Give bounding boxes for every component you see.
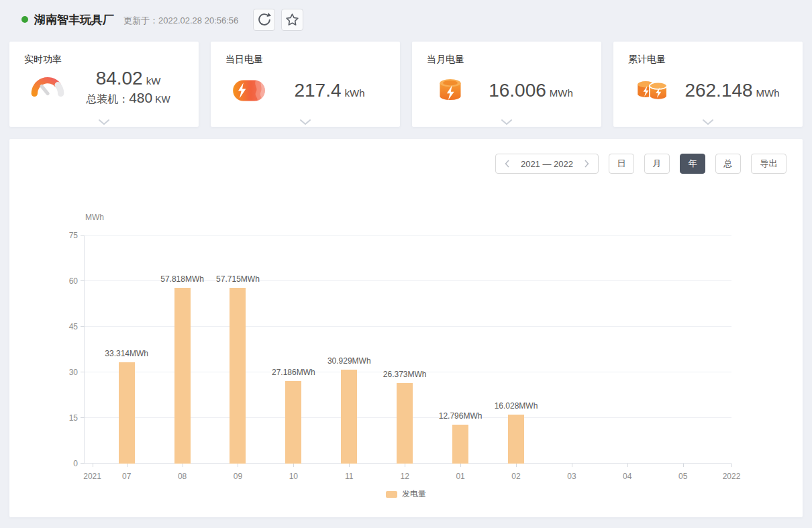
chevron-down-icon[interactable]: [99, 119, 109, 125]
x-tick-label: 07: [122, 472, 131, 481]
tab-month-button[interactable]: 月: [644, 154, 670, 174]
card-title: 当月电量: [412, 42, 601, 66]
tab-year-button[interactable]: 年: [680, 154, 705, 174]
bar-02[interactable]: [508, 415, 524, 464]
x-axis-tick: [683, 464, 684, 467]
stat-cards: 实时功率 84.02kW 总装机：480KW 当日电量: [0, 42, 812, 127]
legend-label: 发电量: [402, 488, 426, 500]
chevron-right-icon[interactable]: [584, 160, 589, 168]
y-axis-tick: [81, 463, 85, 464]
energy-pill-icon: [230, 74, 271, 107]
chevron-down-icon[interactable]: [501, 119, 512, 125]
card-total-energy: 累计电量 262.148MWh: [613, 42, 803, 127]
bar-value-label: 57.818MWh: [160, 274, 204, 284]
realtime-power-value: 84.02: [96, 68, 143, 89]
y-axis-tick: [81, 326, 85, 327]
x-axis-tick: [349, 464, 350, 467]
chevron-down-icon[interactable]: [703, 119, 713, 125]
x-axis-tick: [627, 464, 628, 467]
x-tick-label: 09: [234, 472, 242, 481]
x-axis-tick: [572, 464, 572, 467]
monthly-energy-value: 16.006: [489, 80, 546, 101]
double-battery-icon: [632, 74, 674, 107]
bar-10[interactable]: [285, 381, 301, 464]
monthly-energy-unit: MWh: [550, 87, 573, 99]
x-tick-label: 02: [511, 472, 520, 481]
star-icon: [284, 11, 301, 28]
installed-capacity-label: 总装机：: [86, 93, 129, 105]
x-tick-label: 2021: [83, 472, 101, 481]
card-title: 实时功率: [9, 42, 199, 66]
bar-01[interactable]: [452, 425, 468, 464]
bar-value-label: 16.028MWh: [495, 401, 538, 411]
x-axis-tick: [127, 464, 128, 467]
chevron-down-icon[interactable]: [300, 119, 311, 125]
x-axis-tick: [731, 464, 732, 467]
x-axis-tick: [405, 464, 405, 467]
bar-value-label: 30.929MWh: [327, 356, 371, 366]
refresh-icon: [256, 11, 273, 28]
bar-value-label: 57.715MWh: [216, 274, 260, 284]
total-energy-unit: MWh: [756, 87, 780, 99]
x-tick-label: 11: [345, 472, 353, 481]
installed-capacity-unit: KW: [155, 94, 170, 105]
bar-value-label: 33.314MWh: [105, 349, 148, 358]
bar-07[interactable]: [119, 362, 135, 464]
chart-toolbar: 2021 — 2022 日 月 年 总 导出: [495, 154, 786, 174]
card-title: 当日电量: [211, 42, 400, 66]
favorite-button[interactable]: [281, 9, 303, 31]
tab-total-button[interactable]: 总: [715, 154, 741, 174]
x-tick-label: 05: [678, 472, 687, 481]
date-range-label[interactable]: 2021 — 2022: [521, 159, 573, 169]
card-title: 累计电量: [613, 42, 803, 66]
bar-value-label: 27.186MWh: [272, 368, 315, 377]
y-axis-unit-label: MWh: [85, 213, 104, 222]
x-axis-tick: [516, 464, 517, 467]
y-axis-tick: [81, 280, 85, 281]
page-header: 湖南智丰玩具厂 更新于：2022.02.28 20:56:56: [0, 0, 812, 39]
chevron-left-icon[interactable]: [505, 160, 510, 168]
daily-energy-unit: kWh: [345, 87, 365, 99]
x-axis-tick: [293, 464, 294, 467]
card-values: 84.02kW 总装机：480KW: [70, 68, 187, 107]
bar-value-label: 12.796MWh: [439, 411, 483, 421]
x-tick-label: 03: [567, 472, 576, 481]
y-axis-tick: [81, 417, 85, 418]
tab-day-button[interactable]: 日: [609, 154, 634, 174]
card-values: 217.4kWh: [271, 80, 388, 101]
refresh-button[interactable]: [253, 9, 275, 31]
y-tick-label: 0: [52, 459, 78, 468]
card-values: 16.006MWh: [472, 80, 589, 101]
status-dot: [21, 16, 28, 23]
x-tick-label: 04: [623, 472, 631, 481]
y-tick-label: 45: [52, 322, 78, 331]
x-axis-tick: [238, 464, 238, 467]
y-axis-tick: [81, 235, 85, 236]
export-button[interactable]: 导出: [751, 154, 786, 174]
y-tick-label: 30: [52, 368, 78, 377]
bar-11[interactable]: [341, 370, 357, 464]
date-range-picker[interactable]: 2021 — 2022: [495, 154, 599, 174]
realtime-power-unit: kW: [146, 75, 161, 87]
bar-09[interactable]: [230, 288, 246, 464]
x-tick-label: 08: [178, 472, 187, 481]
x-axis-tick: [93, 464, 93, 467]
daily-energy-value: 217.4: [294, 80, 341, 101]
gauge-icon: [28, 70, 70, 104]
plant-title: 湖南智丰玩具厂: [34, 12, 114, 28]
updated-timestamp: 更新于：2022.02.28 20:56:56: [123, 13, 238, 27]
x-tick-label: 12: [400, 472, 409, 481]
bar-08[interactable]: [174, 288, 191, 464]
generation-chart-panel: 2021 — 2022 日 月 年 总 导出 MWh 0153045607520…: [9, 139, 803, 517]
legend-swatch: [386, 491, 397, 498]
card-realtime-power: 实时功率 84.02kW 总装机：480KW: [9, 42, 199, 127]
chart-legend[interactable]: 发电量: [9, 488, 803, 500]
y-axis-tick: [81, 372, 85, 372]
card-daily-energy: 当日电量 217.4kWh: [211, 42, 400, 127]
card-monthly-energy: 当月电量 16.006MWh: [412, 42, 601, 127]
x-tick-label: 01: [456, 472, 464, 481]
card-values: 262.148MWh: [674, 80, 791, 101]
y-tick-label: 15: [52, 413, 78, 423]
bar-12[interactable]: [397, 383, 413, 464]
x-tick-label: 10: [289, 472, 298, 481]
